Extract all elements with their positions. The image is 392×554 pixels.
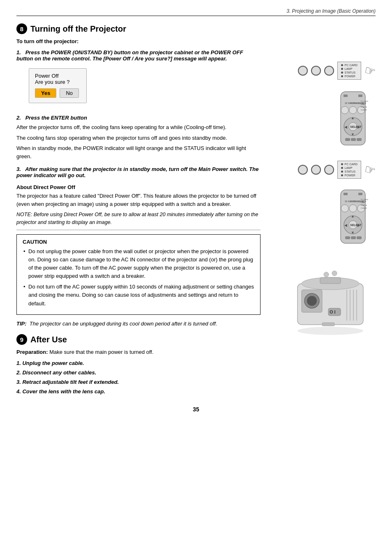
direct-power-off-heading: About Direct Power Off xyxy=(16,184,261,190)
svg-point-29 xyxy=(341,205,348,212)
svg-rect-44 xyxy=(351,236,356,239)
panel-indicators-1: PC CARD LAMP STATUS POWER xyxy=(337,62,361,80)
svg-text:◀: ◀ xyxy=(344,223,347,227)
hand-pointer-2: ☞ xyxy=(363,162,377,178)
step3-text: 3. After making sure that the projector … xyxy=(16,166,261,178)
svg-text:▲: ▲ xyxy=(351,116,355,120)
step2: 2. Press the ENTER button After the proj… xyxy=(16,115,261,160)
step1-text: Press the POWER (ON/STAND BY) button on … xyxy=(16,49,243,62)
section9-title-text: After Use xyxy=(30,335,67,344)
svg-point-61 xyxy=(297,327,363,335)
prep-text: Preparation: Make sure that the main pow… xyxy=(16,349,261,355)
section8-title-text: Turning off the Projector xyxy=(30,24,126,34)
prep-body: Make sure that the main power is turned … xyxy=(49,349,153,355)
right-column: PC CARD LAMP STATUS POWER ☞ 3D REFORM xyxy=(269,49,376,398)
section8-title: 8 Turning off the Projector xyxy=(16,23,376,34)
section9-number: 9 xyxy=(16,334,27,345)
svg-rect-57 xyxy=(320,277,341,284)
projector-svg: O I xyxy=(281,259,376,337)
power-off-buttons: Yes No xyxy=(35,88,79,98)
direct-power-off-text: The projector has a feature called "Dire… xyxy=(16,192,261,208)
step2-text2: The cooling fans stop operating when the… xyxy=(16,134,261,142)
caution-title: CAUTION xyxy=(23,239,254,245)
after-use-step3: 3. Retract adjustable tilt feet if exten… xyxy=(16,379,261,385)
svg-text:LAMP: LAMP xyxy=(361,201,365,203)
tip-text: TIP: The projector can be unplugged duri… xyxy=(16,320,261,328)
svg-rect-20 xyxy=(345,138,350,141)
section8-number: 8 xyxy=(16,23,27,34)
svg-point-50 xyxy=(307,296,317,306)
remote-svg-2: 3D REFORM AUTO ADJUST SOURCE PC CARD LAM… xyxy=(334,188,371,245)
step2-label: 2. Press the ENTER button xyxy=(16,115,261,121)
step1-label: 1. Press the POWER (ON/STAND BY) button … xyxy=(16,49,261,62)
panel-indicators-2: PC CARD LAMP STATUS POWER xyxy=(337,161,361,179)
svg-text:POWER: POWER xyxy=(361,109,367,111)
divider xyxy=(16,230,261,230)
page: 3. Projecting an Image (Basic Operation)… xyxy=(0,0,392,554)
projector-illustration: O I xyxy=(281,259,376,338)
svg-text:LAMP: LAMP xyxy=(361,103,365,105)
svg-point-59 xyxy=(332,271,337,276)
page-number: 35 xyxy=(16,406,376,413)
direct-power-off-note: NOTE: Before using Direct Power Off, be … xyxy=(16,211,261,226)
svg-rect-60 xyxy=(322,323,334,326)
svg-rect-43 xyxy=(345,236,350,239)
yes-button[interactable]: Yes xyxy=(35,88,56,98)
svg-text:▶: ▶ xyxy=(357,125,360,129)
tip-body: The projector can be unplugged during it… xyxy=(30,321,217,327)
section9: 9 After Use Preparation: Make sure that … xyxy=(16,334,261,395)
svg-rect-1 xyxy=(344,95,348,97)
svg-text:O   I: O I xyxy=(330,309,336,314)
step3-body: After making sure that the projector is … xyxy=(16,166,258,178)
after-use-step2: 2. Disconnect any other cables. xyxy=(16,369,261,376)
svg-text:PC CARD: PC CARD xyxy=(361,199,368,201)
header-text: 3. Projecting an Image (Basic Operation) xyxy=(286,8,376,14)
step2-illustration: PC CARD LAMP STATUS POWER ☞ xyxy=(298,161,376,179)
section8-subtitle: To turn off the projector: xyxy=(16,38,376,44)
caution-box: CAUTION Do not unplug the power cable fr… xyxy=(16,234,261,315)
svg-point-30 xyxy=(349,205,357,212)
svg-text:▲: ▲ xyxy=(351,214,355,218)
svg-rect-21 xyxy=(351,138,356,141)
svg-text:POWER: POWER xyxy=(361,207,367,209)
step1: 1. Press the POWER (ON/STAND BY) button … xyxy=(16,49,261,109)
step2-text1: After the projector turns off, the cooli… xyxy=(16,123,261,132)
after-use-step4: 4. Cover the lens with the lens cap. xyxy=(16,388,261,395)
svg-rect-45 xyxy=(357,236,362,239)
page-header: 3. Projecting an Image (Basic Operation) xyxy=(16,8,376,16)
svg-text:▶: ▶ xyxy=(357,223,360,227)
svg-rect-2 xyxy=(358,95,362,97)
svg-point-6 xyxy=(341,106,348,114)
caution-item2: Do not turn off the AC power supply with… xyxy=(23,283,254,307)
step3: 3. After making sure that the projector … xyxy=(16,166,261,178)
no-button[interactable]: No xyxy=(60,88,79,98)
remote-svg-1: 3D REFORM AUTO ADJUST SOURCE PC CARD LAM… xyxy=(334,90,371,147)
power-off-dialog: Power OffAre you sure ? Yes No xyxy=(29,68,87,103)
svg-rect-24 xyxy=(344,193,348,195)
left-column: 1. Press the POWER (ON/STAND BY) button … xyxy=(16,49,261,398)
svg-rect-22 xyxy=(357,138,362,141)
prep-label: Preparation: xyxy=(16,349,48,355)
svg-text:◀: ◀ xyxy=(344,125,347,129)
svg-point-58 xyxy=(324,272,329,277)
svg-text:STATUS: STATUS xyxy=(361,106,367,108)
svg-text:PC CARD: PC CARD xyxy=(361,100,368,102)
svg-text:▼: ▼ xyxy=(351,231,355,235)
after-use-step1: 1. Unplug the power cable. xyxy=(16,360,261,366)
section9-title: 9 After Use xyxy=(16,334,261,345)
remote-illustration-2: 3D REFORM AUTO ADJUST SOURCE PC CARD LAM… xyxy=(334,188,371,247)
svg-text:▼: ▼ xyxy=(351,132,355,136)
step2-text3: When in standby mode, the POWER indicato… xyxy=(16,144,261,160)
svg-point-7 xyxy=(349,106,357,114)
svg-rect-25 xyxy=(358,193,362,195)
hand-pointer-1: ☞ xyxy=(363,62,377,79)
step2-heading: Press the ENTER button xyxy=(25,115,87,121)
remote-illustration-1: 3D REFORM AUTO ADJUST SOURCE PC CARD LAM… xyxy=(334,90,371,148)
main-content: 1. Press the POWER (ON/STAND BY) button … xyxy=(16,49,376,398)
svg-text:STATUS: STATUS xyxy=(361,204,367,206)
step1-illustration: PC CARD LAMP STATUS POWER ☞ xyxy=(298,62,376,80)
tip-label: TIP: xyxy=(16,321,27,327)
power-off-title: Power OffAre you sure ? xyxy=(35,73,79,85)
direct-power-off-section: About Direct Power Off The projector has… xyxy=(16,184,261,226)
caution-item1: Do not unplug the power cable from the w… xyxy=(23,247,254,281)
